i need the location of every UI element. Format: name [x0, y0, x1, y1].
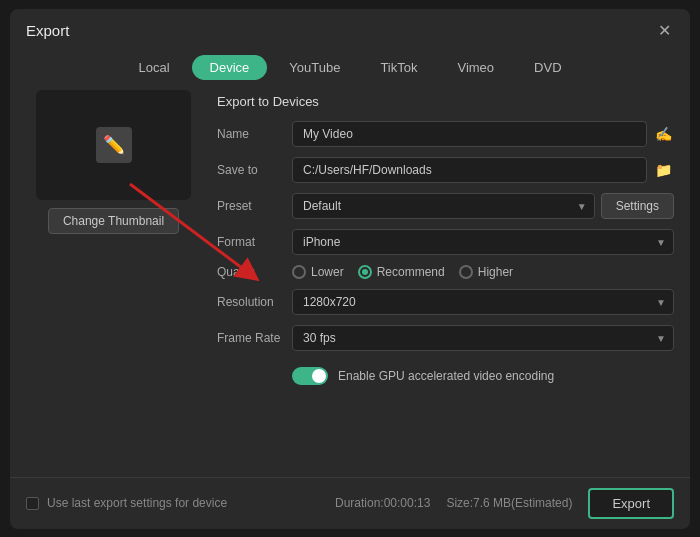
- title-bar: Export ✕: [10, 9, 690, 49]
- frame-rate-select-wrapper: 30 fps ▼: [292, 325, 674, 351]
- tab-local[interactable]: Local: [120, 55, 187, 80]
- thumbnail-preview: ✏️: [36, 90, 191, 200]
- tab-device[interactable]: Device: [192, 55, 268, 80]
- frame-rate-row: Frame Rate 30 fps ▼: [217, 325, 674, 351]
- save-to-label: Save to: [217, 163, 292, 177]
- name-row: Name ✍️: [217, 121, 674, 147]
- resolution-select-wrapper: 1280x720 ▼: [292, 289, 674, 315]
- thumbnail-icon: ✏️: [96, 127, 132, 163]
- tab-youtube[interactable]: YouTube: [271, 55, 358, 80]
- section-title: Export to Devices: [217, 90, 674, 109]
- higher-radio-circle: [459, 265, 473, 279]
- frame-rate-label: Frame Rate: [217, 331, 292, 345]
- left-panel: ✏️ Change Thumbnail: [26, 90, 201, 477]
- resolution-label: Resolution: [217, 295, 292, 309]
- preset-label: Preset: [217, 199, 292, 213]
- quality-row: Quality Lower Recommend Higher: [217, 265, 674, 279]
- resolution-row: Resolution 1280x720 ▼: [217, 289, 674, 315]
- tabs-bar: Local Device YouTube TikTok Vimeo DVD: [10, 49, 690, 90]
- tab-tiktok[interactable]: TikTok: [362, 55, 435, 80]
- quality-label: Quality: [217, 265, 292, 279]
- ai-edit-icon[interactable]: ✍️: [653, 124, 674, 144]
- export-dialog: Export ✕ Local Device YouTube TikTok Vim…: [10, 9, 690, 529]
- gpu-toggle-row: Enable GPU accelerated video encoding: [217, 367, 674, 385]
- bottom-right: Duration:00:00:13 Size:7.6 MB(Estimated)…: [335, 488, 674, 519]
- preset-select-wrapper: Default ▼: [292, 193, 595, 219]
- gpu-toggle-label: Enable GPU accelerated video encoding: [338, 369, 554, 383]
- format-label: Format: [217, 235, 292, 249]
- save-to-group: 📁: [292, 157, 674, 183]
- recommend-label: Recommend: [377, 265, 445, 279]
- bottom-bar: Use last export settings for device Dura…: [10, 477, 690, 529]
- size-label: Size:7.6 MB(Estimated): [446, 496, 572, 510]
- main-content: ✏️ Change Thumbnail Export to Devices Na…: [10, 90, 690, 477]
- folder-icon[interactable]: 📁: [653, 160, 674, 180]
- preset-select[interactable]: Default: [292, 193, 595, 219]
- name-label: Name: [217, 127, 292, 141]
- last-settings-group: Use last export settings for device: [26, 496, 227, 510]
- recommend-radio-dot: [362, 269, 368, 275]
- resolution-select[interactable]: 1280x720: [292, 289, 674, 315]
- preset-row: Preset Default ▼ Settings: [217, 193, 674, 219]
- toggle-knob: [312, 369, 326, 383]
- quality-radio-group: Lower Recommend Higher: [292, 265, 513, 279]
- format-select[interactable]: iPhone: [292, 229, 674, 255]
- change-thumbnail-button[interactable]: Change Thumbnail: [48, 208, 179, 234]
- format-row: Format iPhone ▼: [217, 229, 674, 255]
- last-settings-label: Use last export settings for device: [47, 496, 227, 510]
- quality-lower[interactable]: Lower: [292, 265, 344, 279]
- name-input[interactable]: [292, 121, 647, 147]
- dialog-title: Export: [26, 22, 69, 39]
- format-select-wrapper: iPhone ▼: [292, 229, 674, 255]
- save-to-row: Save to 📁: [217, 157, 674, 183]
- right-panel: Export to Devices Name ✍️ Save to 📁 Pr: [217, 90, 674, 477]
- preset-group: Default ▼ Settings: [292, 193, 674, 219]
- gpu-toggle[interactable]: [292, 367, 328, 385]
- save-to-input[interactable]: [292, 157, 647, 183]
- quality-recommend[interactable]: Recommend: [358, 265, 445, 279]
- close-button[interactable]: ✕: [654, 21, 674, 41]
- tab-dvd[interactable]: DVD: [516, 55, 579, 80]
- name-input-group: ✍️: [292, 121, 674, 147]
- frame-rate-select[interactable]: 30 fps: [292, 325, 674, 351]
- tab-vimeo[interactable]: Vimeo: [439, 55, 512, 80]
- duration-label: Duration:00:00:13: [335, 496, 430, 510]
- export-button[interactable]: Export: [588, 488, 674, 519]
- settings-button[interactable]: Settings: [601, 193, 674, 219]
- lower-label: Lower: [311, 265, 344, 279]
- quality-higher[interactable]: Higher: [459, 265, 513, 279]
- recommend-radio-circle: [358, 265, 372, 279]
- last-settings-checkbox[interactable]: [26, 497, 39, 510]
- lower-radio-circle: [292, 265, 306, 279]
- higher-label: Higher: [478, 265, 513, 279]
